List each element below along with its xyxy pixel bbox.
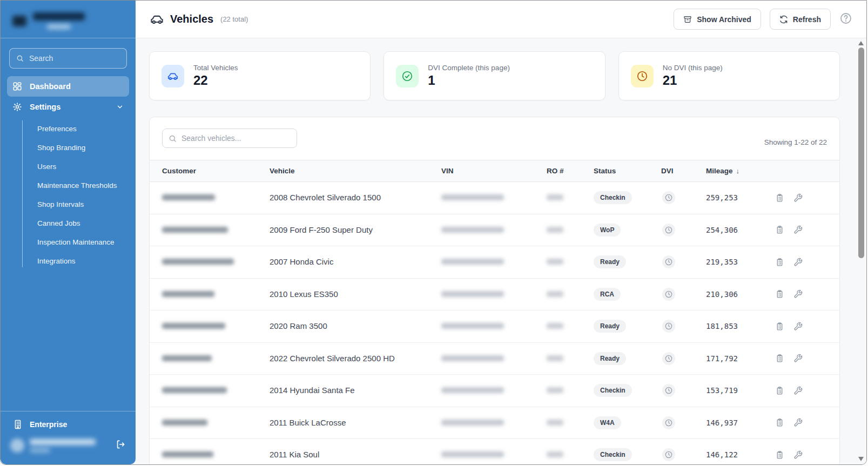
car-icon	[162, 65, 184, 87]
clipboard-icon[interactable]	[775, 386, 784, 395]
column-header-ro[interactable]: RO #	[547, 167, 594, 175]
wrench-icon[interactable]	[793, 289, 803, 299]
table-row[interactable]: 2022 Chevrolet Silverado 2500 HD Ready 1…	[150, 343, 839, 375]
customer-name-redacted	[162, 259, 234, 265]
sidebar-item-inspection-maintenance[interactable]: Inspection Maintenance	[22, 233, 129, 252]
clipboard-icon[interactable]	[775, 450, 784, 460]
table-row[interactable]: 2009 Ford F-250 Super Duty WoP 254,306	[150, 214, 839, 247]
scroll-up-arrow[interactable]	[858, 41, 864, 45]
vehicles-search[interactable]	[162, 129, 297, 148]
status-badge: Checkin	[594, 448, 632, 461]
table-row[interactable]: 2020 Ram 3500 Ready 181,853	[150, 310, 839, 343]
wrench-icon[interactable]	[793, 354, 803, 363]
pagination-summary: Showing 1-22 of 22	[764, 138, 827, 146]
help-icon[interactable]	[839, 12, 852, 27]
table-row[interactable]: 2007 Honda Civic Ready 219,353	[150, 246, 839, 279]
dvi-pending-clock-icon	[662, 224, 675, 237]
content-area: Total Vehicles 22 DVI Complete (this pag…	[136, 38, 866, 464]
customer-name-redacted	[162, 355, 212, 361]
sidebar-item-enterprise[interactable]: Enterprise	[1, 411, 136, 433]
wrench-icon[interactable]	[793, 322, 803, 331]
sidebar-item-settings[interactable]: Settings	[7, 97, 129, 117]
scroll-down-arrow[interactable]	[858, 457, 864, 461]
ro-number-redacted	[547, 259, 563, 265]
vehicle-name: 2011 Buick LaCrosse	[270, 418, 346, 427]
stat-card-no-dvi: No DVI (this page) 21	[618, 51, 840, 100]
wrench-icon[interactable]	[793, 450, 803, 460]
show-archived-button[interactable]: Show Archived	[674, 9, 761, 30]
clipboard-icon[interactable]	[775, 418, 784, 427]
column-header-status[interactable]: Status	[594, 167, 661, 175]
ro-number-redacted	[547, 194, 563, 200]
chevron-down-icon	[116, 103, 124, 111]
sidebar-item-preferences[interactable]: Preferences	[22, 119, 129, 138]
shop-logo-redacted	[12, 16, 26, 26]
table-row[interactable]: 2011 Kia Soul Checkin 146,122	[150, 439, 839, 464]
stat-label: Total Vehicles	[193, 64, 238, 72]
clipboard-icon[interactable]	[775, 225, 784, 234]
vehicle-name: 2007 Honda Civic	[270, 257, 333, 266]
stat-cards: Total Vehicles 22 DVI Complete (this pag…	[149, 51, 840, 100]
sidebar-search[interactable]	[9, 48, 127, 69]
clipboard-icon[interactable]	[775, 193, 784, 202]
sidebar-item-maintenance-thresholds[interactable]: Maintenance Thresholds	[22, 176, 129, 195]
sidebar-search-input[interactable]	[29, 54, 120, 63]
sidebar-item-dashboard[interactable]: Dashboard	[7, 76, 129, 97]
column-header-vin[interactable]: VIN	[441, 167, 547, 175]
user-account-row[interactable]	[1, 433, 136, 464]
table-row[interactable]: 2010 Lexus ES350 RCA 210,306	[150, 279, 839, 311]
column-header-dvi[interactable]: DVI	[661, 167, 706, 175]
page-title: Vehicles	[170, 13, 213, 25]
total-count-label: (22 total)	[220, 15, 248, 23]
clipboard-icon[interactable]	[775, 289, 784, 299]
status-badge: Checkin	[594, 384, 632, 397]
sidebar-item-canned-jobs[interactable]: Canned Jobs	[22, 214, 129, 233]
vertical-scrollbar[interactable]	[857, 40, 865, 462]
wrench-icon[interactable]	[793, 225, 803, 234]
scrollbar-thumb[interactable]	[858, 48, 864, 258]
dvi-pending-clock-icon	[662, 384, 675, 397]
wrench-icon[interactable]	[793, 258, 803, 267]
vin-redacted	[441, 194, 504, 200]
column-header-mileage[interactable]: Mileage↓	[706, 167, 775, 175]
clipboard-icon[interactable]	[775, 354, 784, 363]
sidebar-item-label: Settings	[30, 103, 60, 111]
app-window: Dashboard Settings Preferences Shop Bran…	[0, 0, 867, 465]
refresh-label: Refresh	[793, 15, 821, 24]
table-row[interactable]: 2008 Chevrolet Silverado 1500 Checkin 25…	[150, 182, 839, 214]
clipboard-icon[interactable]	[775, 322, 784, 331]
stat-label: DVI Complete (this page)	[428, 64, 510, 72]
wrench-icon[interactable]	[793, 386, 803, 395]
mileage-value: 146,122	[706, 450, 738, 459]
refresh-button[interactable]: Refresh	[770, 9, 831, 30]
column-header-vehicle[interactable]: Vehicle	[270, 167, 441, 175]
vehicles-search-input[interactable]	[181, 134, 291, 143]
column-header-customer[interactable]: Customer	[162, 167, 270, 175]
sidebar-item-users[interactable]: Users	[22, 157, 129, 176]
clipboard-icon[interactable]	[775, 258, 784, 267]
sidebar-item-shop-branding[interactable]: Shop Branding	[22, 138, 129, 157]
dvi-pending-clock-icon	[662, 255, 675, 268]
table-body: 2008 Chevrolet Silverado 1500 Checkin 25…	[150, 182, 839, 464]
customer-name-redacted	[162, 194, 215, 200]
dvi-pending-clock-icon	[662, 448, 675, 461]
vehicle-name: 2011 Kia Soul	[270, 450, 319, 459]
vehicle-name: 2008 Chevrolet Silverado 1500	[270, 193, 381, 202]
wrench-icon[interactable]	[793, 418, 803, 427]
customer-name-redacted	[162, 323, 225, 329]
wrench-icon[interactable]	[793, 193, 803, 202]
dashboard-grid-icon	[12, 82, 22, 91]
customer-name-redacted	[162, 291, 214, 297]
mileage-value: 171,792	[706, 354, 738, 363]
mileage-value: 254,306	[706, 226, 738, 234]
status-badge: Ready	[594, 320, 626, 333]
vin-redacted	[441, 451, 504, 457]
vin-redacted	[441, 387, 504, 393]
sidebar-item-integrations[interactable]: Integrations	[22, 252, 129, 271]
logout-icon[interactable]	[115, 439, 126, 452]
table-row[interactable]: 2014 Hyundai Santa Fe Checkin 153,719	[150, 375, 839, 407]
vin-redacted	[441, 355, 504, 361]
sidebar-item-shop-intervals[interactable]: Shop Intervals	[22, 195, 129, 214]
table-row[interactable]: 2011 Buick LaCrosse W4A 146,937	[150, 407, 839, 440]
vehicle-name: 2020 Ram 3500	[270, 321, 327, 330]
